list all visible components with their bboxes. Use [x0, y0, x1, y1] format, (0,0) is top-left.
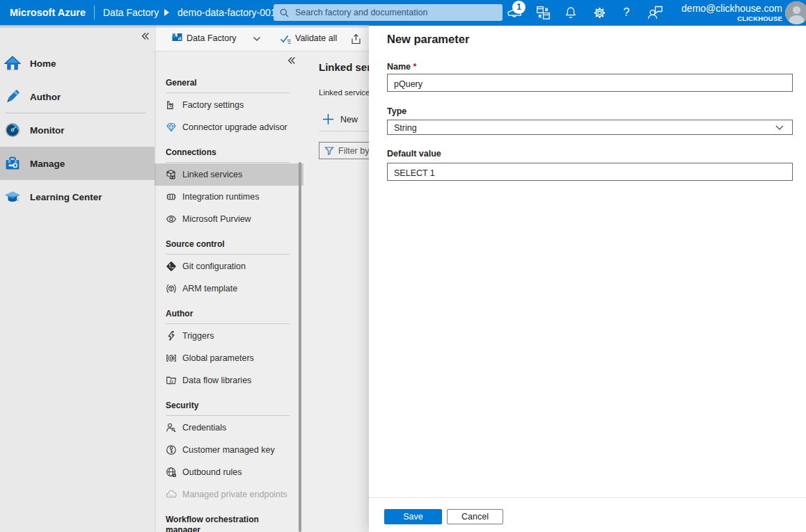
svg-text:fx: fx [169, 378, 173, 385]
